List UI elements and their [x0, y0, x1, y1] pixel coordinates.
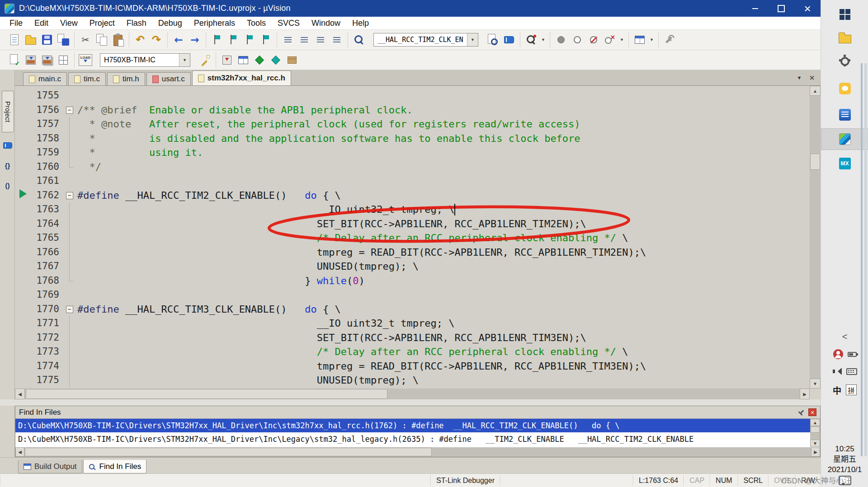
scroll-up-button[interactable] [810, 86, 821, 96]
configure-wrench-icon[interactable] [662, 32, 677, 47]
open-file-icon[interactable] [23, 32, 38, 47]
find-icon[interactable] [501, 32, 517, 47]
paste-icon[interactable] [110, 32, 126, 47]
code-line-1764[interactable]: 1764 SET_BIT(RCC->APB1LENR, RCC_APB1LENR… [15, 217, 810, 231]
target-select-combo[interactable]: H750XB-TIM-IC [100, 53, 190, 67]
bookmark-prev-icon[interactable] [226, 32, 241, 47]
person-tray-icon[interactable] [833, 349, 843, 359]
editor-vertical-scrollbar[interactable] [810, 86, 821, 389]
code-editor[interactable]: 17551756−/** @brief Enable or disable th… [15, 86, 821, 399]
breakpoint-toggle-icon[interactable] [553, 32, 569, 47]
code-line-1760[interactable]: 1760 */ [15, 160, 810, 174]
menu-project[interactable]: Project [84, 17, 121, 30]
indent-right-icon[interactable] [297, 32, 312, 47]
copy-icon[interactable] [94, 32, 109, 47]
new-file-icon[interactable] [7, 32, 22, 47]
breakpoint-kill-icon[interactable] [602, 32, 618, 47]
minimize-button[interactable] [742, 0, 768, 17]
redo-icon[interactable]: ↷ [149, 32, 164, 47]
code-line-1759[interactable]: 1759 * using it. [15, 145, 810, 160]
results-vertical-scrollbar[interactable] [810, 419, 820, 447]
find-combo-dropdown[interactable] [467, 33, 478, 46]
tab-close-button[interactable] [807, 73, 817, 83]
code-line-1766[interactable]: 1766 tmpreg = READ_BIT(RCC->APB1LENR, RC… [15, 245, 810, 260]
rebuild-icon[interactable] [39, 52, 55, 68]
bottom-tab-build-output[interactable]: Build Output [18, 460, 82, 473]
target-combo-dropdown[interactable] [179, 54, 190, 66]
scroll-left-button[interactable] [15, 389, 25, 399]
save-icon[interactable] [39, 32, 55, 47]
debug-session-icon[interactable] [236, 52, 251, 68]
code-line-1773[interactable]: 1773 /* Delay after an RCC peripheral cl… [15, 345, 810, 359]
translate-icon[interactable] [7, 52, 22, 68]
maximize-button[interactable] [768, 0, 794, 17]
find-in-files-icon[interactable] [351, 32, 367, 47]
menu-view[interactable]: View [54, 17, 84, 30]
debug-windows-icon[interactable] [632, 32, 647, 47]
ime-mode-indicator[interactable]: 拼 [846, 384, 857, 395]
incremental-find-icon[interactable] [485, 32, 500, 47]
ime-language-indicator[interactable]: 中 [833, 384, 841, 396]
menu-file[interactable]: File [4, 17, 28, 30]
templates-pane-icon[interactable] [0, 178, 15, 192]
code-line-1769[interactable]: 1769 [15, 288, 810, 302]
scroll-thumb[interactable] [811, 426, 820, 433]
bookmark-clear-icon[interactable] [258, 32, 274, 47]
code-line-1763[interactable]: 1763 __IO uint32_t tmpreg; \ [15, 202, 810, 217]
fold-collapse-box[interactable]: − [66, 192, 73, 199]
close-button[interactable] [794, 0, 821, 17]
code-line-1775[interactable]: 1775 UNUSED(tmpreg); \ [15, 373, 810, 388]
keyboard-icon[interactable] [846, 368, 857, 375]
scroll-thumb[interactable] [25, 448, 432, 456]
code-line-1765[interactable]: 1765 /* Delay after an RCC peripheral cl… [15, 231, 810, 245]
menu-svcs[interactable]: SVCS [272, 17, 306, 30]
scroll-down-button[interactable] [810, 379, 821, 389]
scroll-right-button[interactable] [811, 447, 820, 457]
code-line-1762[interactable]: 1762−#define __HAL_RCC_TIM2_CLK_ENABLE()… [15, 188, 810, 203]
pack-installer-icon[interactable] [284, 52, 300, 68]
flash-erase-icon[interactable] [219, 52, 235, 68]
pin-icon[interactable] [796, 407, 807, 417]
bottom-tab-find-in-files[interactable]: Find In Files [83, 460, 147, 473]
code-line-1771[interactable]: 1771 __IO uint32_t tmpreg; \ [15, 316, 810, 331]
code-line-1767[interactable]: 1767 UNUSED(tmpreg); \ [15, 259, 810, 274]
menu-tools[interactable]: Tools [241, 17, 272, 30]
battery-icon[interactable] [848, 352, 857, 357]
find-text-combo[interactable]: __HAL_RCC_TIM2_CLK_EN [373, 33, 478, 47]
breakpoint-disable-icon[interactable] [586, 32, 601, 47]
uncomment-icon[interactable] [329, 32, 344, 47]
comment-icon[interactable] [313, 32, 328, 47]
file-explorer-button[interactable] [821, 27, 868, 49]
start-button[interactable] [821, 4, 868, 25]
code-line-1757[interactable]: 1757 * @note After reset, the peripheral… [15, 117, 810, 131]
scroll-up-button[interactable] [810, 419, 820, 426]
menu-help[interactable]: Help [346, 17, 375, 30]
code-line-1770[interactable]: 1770−#define __HAL_RCC_TIM3_CLK_ENABLE()… [15, 302, 810, 317]
indent-left-icon[interactable] [280, 32, 296, 47]
manage-devices-icon[interactable] [268, 52, 283, 68]
batch-build-icon[interactable] [56, 52, 71, 68]
menu-edit[interactable]: Edit [28, 17, 54, 30]
scroll-down-button[interactable] [810, 440, 820, 447]
breakpoint-caret[interactable]: ▼ [618, 32, 625, 47]
scroll-right-button[interactable] [800, 389, 810, 399]
functions-pane-icon[interactable] [0, 159, 15, 172]
save-all-icon[interactable] [56, 32, 71, 47]
speaker-icon[interactable] [833, 368, 842, 375]
fold-collapse-box[interactable]: − [66, 107, 73, 114]
find-panel-close-button[interactable] [808, 408, 816, 416]
panel-splitter[interactable] [0, 399, 821, 406]
tab-list-dropdown[interactable] [794, 73, 804, 83]
navigate-forward-icon[interactable]: → [187, 32, 203, 47]
code-line-1772[interactable]: 1772 SET_BIT(RCC->APB1LENR, RCC_APB1LENR… [15, 331, 810, 345]
scroll-thumb[interactable] [26, 389, 387, 399]
code-line-1774[interactable]: 1774 tmpreg = READ_BIT(RCC->APB1LENR, RC… [15, 359, 810, 374]
breakpoint-enable-icon[interactable] [570, 32, 585, 47]
tab-tim.c[interactable]: tim.c [68, 72, 106, 85]
find-result-row[interactable]: D:\CubeMX\H750XB-TIM-IC\Drivers\STM32H7x… [15, 419, 810, 432]
find-result-row[interactable]: D:\CubeMX\H750XB-TIM-IC\Drivers\STM32H7x… [15, 432, 810, 446]
search-scope-icon[interactable] [524, 32, 539, 47]
manage-rte-icon[interactable] [252, 52, 267, 68]
scroll-left-button[interactable] [15, 447, 24, 457]
tab-tim.h[interactable]: tim.h [107, 72, 145, 85]
